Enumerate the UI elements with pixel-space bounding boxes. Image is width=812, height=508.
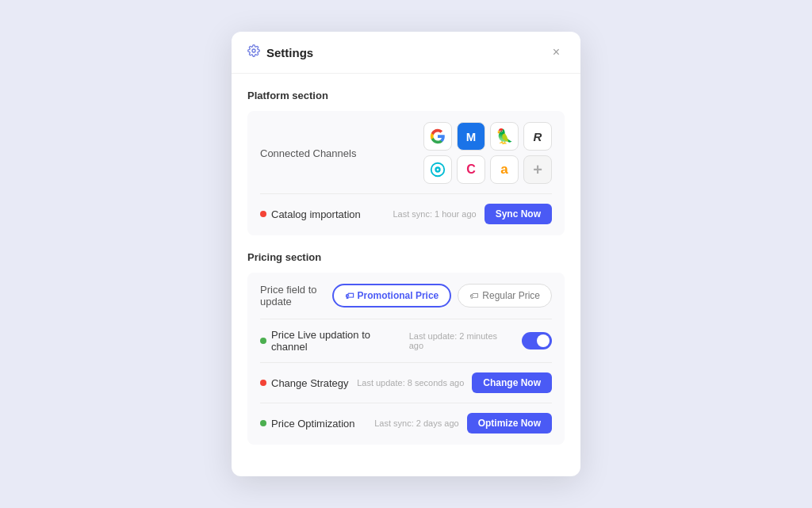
channel-c[interactable]: C xyxy=(457,155,485,184)
channels-grid: M 🦜 R C a xyxy=(423,122,552,184)
price-optimization-label: Price Optimization xyxy=(271,418,354,430)
settings-modal: Settings × Platform section Connected Ch… xyxy=(232,32,580,476)
platform-section-title: Platform section xyxy=(247,90,565,101)
catalog-left: Catalog importation xyxy=(260,208,361,220)
change-strategy-time: Last update: 8 seconds ago xyxy=(357,378,464,388)
toggle-slider xyxy=(522,332,552,349)
pricing-section-card: Price field to update 🏷 Promotional Pric… xyxy=(247,273,565,445)
catalog-right: Last sync: 1 hour ago Sync Now xyxy=(393,204,552,224)
header-left: Settings xyxy=(247,44,313,60)
promotional-price-label: Promotional Price xyxy=(358,290,439,301)
catalog-label: Catalog importation xyxy=(271,208,361,220)
price-optimization-row: Price Optimization Last sync: 2 days ago… xyxy=(260,413,552,434)
channel-amazon[interactable]: a xyxy=(490,155,519,184)
pricing-section-title: Pricing section xyxy=(247,251,565,263)
price-optimization-right: Last sync: 2 days ago Optimize Now xyxy=(374,413,552,434)
divider-2 xyxy=(260,319,552,319)
platform-section-card: Connected Channels M 🦜 xyxy=(247,111,565,235)
price-optimization-status-dot xyxy=(260,420,266,426)
promotional-price-button[interactable]: 🏷 Promotional Price xyxy=(332,284,452,307)
gear-icon xyxy=(247,44,260,60)
live-update-row: Price Live updation to channel Last upda… xyxy=(260,329,552,353)
change-strategy-right: Last update: 8 seconds ago Change Now xyxy=(357,372,552,393)
channel-reddit[interactable]: R xyxy=(523,122,552,151)
change-strategy-left: Change Strategy xyxy=(260,377,349,389)
regular-price-label: Regular Price xyxy=(482,290,540,301)
price-field-label: Price field to update xyxy=(260,284,332,307)
optimize-now-button[interactable]: Optimize Now xyxy=(467,413,552,434)
change-strategy-row: Change Strategy Last update: 8 seconds a… xyxy=(260,372,552,393)
sync-now-button[interactable]: Sync Now xyxy=(485,204,552,224)
catalog-status-dot xyxy=(260,211,266,217)
close-button[interactable]: × xyxy=(548,44,565,60)
promotional-icon: 🏷 xyxy=(345,291,354,300)
channel-meta[interactable]: M xyxy=(457,122,485,151)
price-optimization-left: Price Optimization xyxy=(260,418,354,430)
change-strategy-label: Change Strategy xyxy=(271,377,349,389)
live-update-label: Price Live updation to channel xyxy=(271,329,409,353)
live-update-left: Price Live updation to channel xyxy=(260,329,409,353)
connected-channels-row: Connected Channels M 🦜 xyxy=(260,122,552,184)
catalog-row: Catalog importation Last sync: 1 hour ag… xyxy=(260,204,552,224)
live-update-time: Last update: 2 minutes ago xyxy=(409,331,514,350)
live-update-right: Last update: 2 minutes ago xyxy=(409,331,552,350)
svg-point-3 xyxy=(437,169,439,171)
svg-point-0 xyxy=(252,49,255,52)
price-toggle-group: 🏷 Promotional Price 🏷 Regular Price xyxy=(332,284,552,307)
regular-icon: 🏷 xyxy=(469,291,478,300)
channel-bird[interactable]: 🦜 xyxy=(490,122,519,151)
channel-add-button[interactable]: + xyxy=(523,155,552,184)
regular-price-button[interactable]: 🏷 Regular Price xyxy=(458,284,552,307)
divider-3 xyxy=(260,362,552,363)
price-field-row: Price field to update 🏷 Promotional Pric… xyxy=(260,284,552,307)
connected-channels-label: Connected Channels xyxy=(260,147,356,159)
channel-google[interactable] xyxy=(423,122,452,151)
divider-4 xyxy=(260,403,552,403)
live-update-toggle[interactable] xyxy=(522,332,552,349)
catalog-sync-time: Last sync: 1 hour ago xyxy=(393,209,476,219)
channel-qr[interactable] xyxy=(423,155,452,184)
divider-1 xyxy=(260,193,552,194)
modal-header: Settings × xyxy=(232,32,580,74)
change-now-button[interactable]: Change Now xyxy=(472,372,552,393)
modal-body: Platform section Connected Channels xyxy=(232,74,580,476)
price-optimization-time: Last sync: 2 days ago xyxy=(374,418,458,428)
change-strategy-status-dot xyxy=(260,380,266,386)
live-update-status-dot xyxy=(260,338,266,344)
modal-title: Settings xyxy=(266,46,313,59)
